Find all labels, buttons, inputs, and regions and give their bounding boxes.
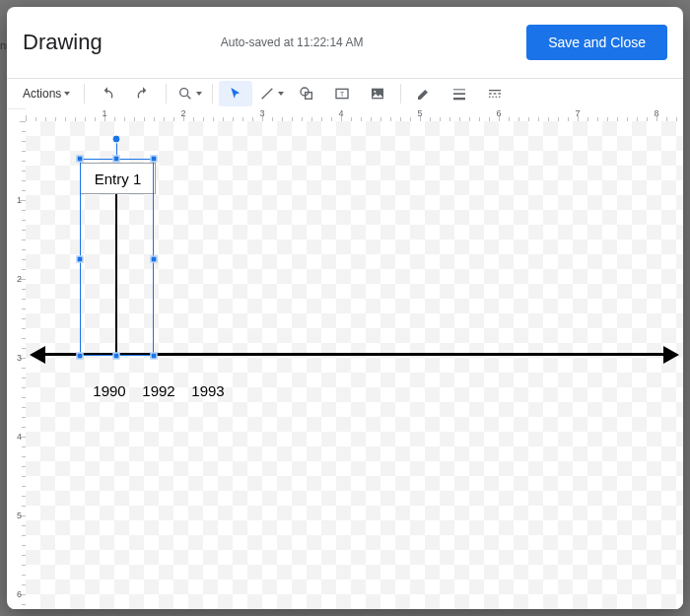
actions-label: Actions — [23, 87, 61, 101]
actions-menu-button[interactable]: Actions — [15, 81, 78, 106]
cursor-icon — [228, 86, 243, 102]
image-icon — [370, 86, 385, 102]
svg-rect-12 — [489, 90, 501, 91]
line-color-button[interactable] — [407, 81, 441, 106]
textbox-tool-button[interactable]: T — [325, 81, 359, 106]
toolbar-separator — [400, 84, 401, 103]
line-tool-button[interactable] — [254, 81, 288, 106]
horizontal-ruler: 12345678 — [26, 107, 683, 122]
resize-handle-nw[interactable] — [77, 156, 84, 163]
svg-point-8 — [375, 91, 377, 93]
selection-bounding-box — [80, 159, 154, 356]
line-weight-button[interactable] — [443, 81, 476, 106]
save-and-close-button[interactable]: Save and Close — [526, 25, 667, 60]
shape-tool-button[interactable] — [290, 81, 323, 106]
select-tool-button[interactable] — [219, 81, 252, 106]
line-dash-icon — [487, 86, 503, 102]
undo-button[interactable] — [91, 81, 124, 106]
line-weight-icon — [451, 86, 467, 102]
resize-handle-w[interactable] — [77, 256, 84, 263]
resize-handle-sw[interactable] — [77, 353, 84, 360]
svg-rect-18 — [496, 97, 497, 98]
year-label[interactable]: 1993 — [191, 382, 224, 399]
svg-rect-15 — [499, 93, 502, 94]
textbox-icon: T — [334, 86, 350, 102]
line-icon — [259, 86, 275, 102]
pencil-icon — [416, 86, 432, 102]
svg-point-0 — [180, 89, 188, 97]
drawing-dialog: Drawing Auto-saved at 11:22:14 AM Save a… — [7, 7, 683, 609]
rotation-handle[interactable] — [112, 135, 121, 144]
drawing-toolbar: Actions T — [7, 79, 683, 109]
chevron-down-icon — [278, 92, 284, 96]
resize-handle-se[interactable] — [151, 353, 158, 360]
image-tool-button[interactable] — [361, 81, 394, 106]
canvas-viewport: 1990 1992 1993 Entry 1 — [26, 121, 683, 609]
zoom-button[interactable] — [172, 81, 206, 106]
zoom-icon — [177, 86, 193, 102]
arrowhead-left-icon — [30, 346, 45, 364]
line-dash-button[interactable] — [478, 81, 512, 106]
svg-text:T: T — [340, 91, 344, 98]
dialog-header: Drawing Auto-saved at 11:22:14 AM Save a… — [7, 7, 683, 79]
svg-rect-17 — [493, 97, 494, 98]
svg-rect-11 — [453, 98, 465, 100]
arrowhead-right-icon — [663, 346, 679, 364]
drawing-canvas[interactable]: 1990 1992 1993 Entry 1 — [26, 121, 683, 609]
undo-icon — [100, 86, 115, 102]
svg-rect-10 — [453, 93, 465, 95]
resize-handle-n[interactable] — [113, 156, 120, 163]
vertical-ruler: 123456 — [12, 121, 27, 609]
dialog-title: Drawing — [23, 30, 103, 55]
svg-rect-13 — [489, 93, 492, 94]
toolbar-separator — [84, 84, 85, 103]
toolbar-separator — [212, 84, 213, 103]
svg-rect-16 — [489, 97, 490, 98]
svg-line-1 — [187, 96, 190, 99]
svg-rect-9 — [453, 89, 465, 90]
year-label[interactable]: 1990 — [93, 382, 125, 399]
toolbar-separator — [166, 84, 167, 103]
resize-handle-ne[interactable] — [151, 156, 158, 163]
chevron-down-icon — [64, 92, 70, 96]
shape-icon — [299, 86, 314, 102]
autosave-status: Auto-saved at 11:22:14 AM — [221, 35, 364, 49]
resize-handle-e[interactable] — [151, 256, 158, 263]
svg-rect-19 — [499, 97, 500, 98]
redo-icon — [135, 86, 151, 102]
year-label[interactable]: 1992 — [142, 382, 174, 399]
svg-rect-14 — [494, 93, 497, 94]
resize-handle-s[interactable] — [113, 353, 120, 360]
redo-button[interactable] — [126, 81, 160, 106]
svg-line-2 — [262, 89, 273, 100]
chevron-down-icon — [196, 92, 202, 96]
